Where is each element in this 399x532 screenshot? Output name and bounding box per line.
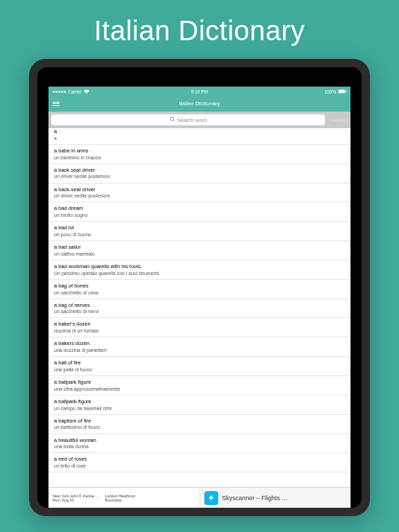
ad-title: Skyscanner – Flights … <box>222 495 288 502</box>
entry-english: a ballpark-figure <box>54 398 345 405</box>
ad-banner[interactable]: New York John F. Kenne… Mon, Aug 01 Lond… <box>48 487 351 508</box>
cancel-button[interactable]: Cancel <box>328 117 348 123</box>
app-title: Italian Dictionary <box>179 100 220 107</box>
entry-italian: dozzina di un fornaio <box>54 328 345 334</box>
list-item[interactable]: a bad dreamun brutto sogno <box>48 202 351 222</box>
list-item[interactable]: a babe in armsun bambino in braccio <box>48 145 351 164</box>
entry-italian: un letto di rose <box>54 463 345 469</box>
list-item[interactable]: a baptism of fireun battesimo di fuoco <box>48 415 351 434</box>
list-item[interactable]: a bag of nervesun sacchetto di nervi <box>48 299 351 319</box>
menu-button[interactable] <box>53 96 60 111</box>
list-item[interactable]: a ballpark figureuna cifra approssimativ… <box>48 376 351 396</box>
entry-italian: una palla di fuoco <box>54 366 345 373</box>
entry-italian: un poco di buono <box>54 231 345 238</box>
list-item[interactable]: a bad sailorun cattivo marinaio <box>48 241 351 260</box>
list-item[interactable]: a bad lotun poco di buono <box>48 222 351 241</box>
ad-date: Mon, Aug 01 <box>53 498 98 502</box>
ad-left-panel: New York John F. Kenne… Mon, Aug 01 Lond… <box>48 488 200 508</box>
list-item[interactable]: a bakers dozenuna dozzina di panettieri <box>48 337 351 357</box>
entry-english: a bag of bones <box>54 283 345 290</box>
entry-italian: a <box>54 135 345 141</box>
entry-italian: una dozzina di panettieri <box>54 347 345 353</box>
entry-english: a beautiful woman <box>54 437 345 444</box>
app-header: Italian Dictionary <box>48 96 351 112</box>
entry-english: a ballpark figure <box>54 379 345 386</box>
status-bar: Carrier 9:16 PM 100% <box>48 87 351 96</box>
entry-english: a bad lot <box>54 224 345 231</box>
ad-trip: Roundtrip <box>105 498 134 502</box>
entry-english: a baker's dozen <box>54 321 345 328</box>
entry-italian: un campo da baseball cifre <box>54 405 345 411</box>
list-item[interactable]: a ball of fireuna palla di fuoco <box>48 357 351 376</box>
entry-italian: un battesimo di fuoco <box>54 424 345 430</box>
ad-right-panel: Skyscanner – Flights … <box>200 488 351 508</box>
list-item[interactable]: a ballpark-figureun campo da baseball ci… <box>48 396 351 415</box>
search-placeholder: Search word <box>177 117 206 123</box>
search-icon <box>170 116 175 123</box>
list-item[interactable]: a beautiful womanuna bella donna <box>48 434 351 454</box>
skyscanner-icon <box>204 491 218 505</box>
entry-italian: un bambino in braccio <box>54 154 345 161</box>
promo-title: Italian Dictionary <box>94 15 305 46</box>
list-item[interactable]: aa <box>48 125 351 145</box>
hamburger-icon <box>53 102 60 106</box>
list-item[interactable]: a bad workman quarells with his tools.Un… <box>48 260 351 280</box>
entry-english: a bad dream <box>54 205 345 212</box>
list-item[interactable]: a bag of bonesun sacchetto di ossa <box>48 280 351 299</box>
entry-english: a bakers dozen <box>54 340 345 347</box>
svg-line-4 <box>173 121 175 122</box>
list-item[interactable]: a back-seat driverun driver sedile poste… <box>48 184 351 203</box>
clock-label: 9:16 PM <box>48 89 351 94</box>
entry-italian: un brutto sogno <box>54 212 345 218</box>
word-list[interactable]: aaa babe in armsun bambino in braccioa b… <box>48 125 351 487</box>
entry-italian: un sacchetto di nervi <box>54 308 345 314</box>
list-item[interactable]: a bed of rosesun letto di rose <box>48 453 351 472</box>
entry-english: a babe in arms <box>54 148 345 154</box>
entry-english: a baptism of fire <box>54 418 345 425</box>
entry-italian: un driver sedile posteriore <box>54 173 345 179</box>
entry-italian: un driver sedile posteriore <box>54 193 345 199</box>
list-item[interactable]: a baker's dozendozzina di un fornaio <box>48 318 351 337</box>
svg-point-3 <box>170 117 174 121</box>
search-input[interactable]: Search word <box>51 114 325 125</box>
entry-english: a bed of roses <box>54 456 345 463</box>
entry-italian: Un pessimo operaio quarells con i suoi s… <box>54 270 345 276</box>
entry-english: a bag of nerves <box>54 302 345 309</box>
entry-italian: una bella donna <box>54 443 345 450</box>
app-screen: Carrier 9:16 PM 100% <box>48 87 351 508</box>
entry-italian: un sacchetto di ossa <box>54 290 345 296</box>
entry-english: a bad workman quarells with his tools. <box>54 263 345 270</box>
entry-italian: un cattivo marinaio <box>54 251 345 257</box>
entry-english: a ball of fire <box>54 360 345 366</box>
entry-english: a back seat driver <box>54 167 345 174</box>
entry-italian: una cifra approssimativamente <box>54 386 345 392</box>
entry-english: a back-seat driver <box>54 186 345 193</box>
entry-english: a <box>54 128 345 135</box>
entry-english: a bad sailor <box>54 244 345 251</box>
tablet-frame: Carrier 9:16 PM 100% <box>29 59 370 516</box>
list-item[interactable]: a back seat driverun driver sedile poste… <box>48 164 351 184</box>
